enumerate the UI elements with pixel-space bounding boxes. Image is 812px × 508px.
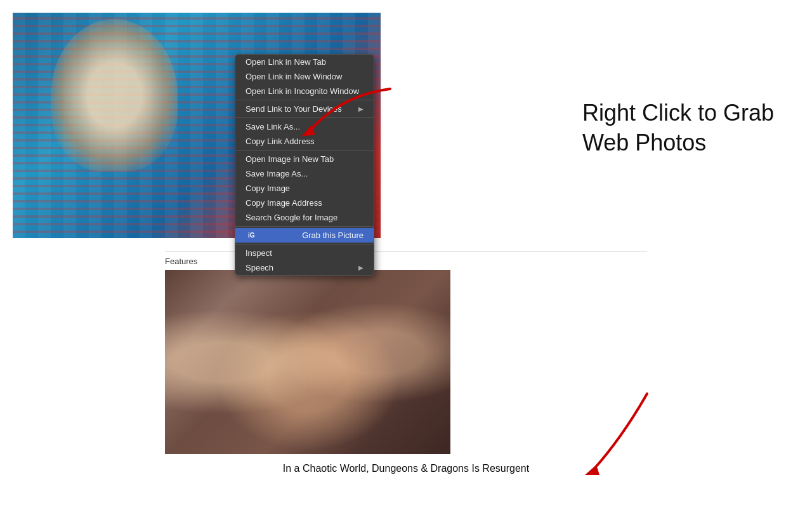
bottom-image-row: Open Link in New Tab Open Link in New Wi… (165, 270, 647, 454)
menu-divider-3 (235, 150, 374, 150)
caption: In a Chaotic World, Dungeons & Dragons I… (165, 454, 647, 476)
menu-open-link-new-tab[interactable]: Open Link in New Tab (235, 55, 374, 69)
menu-search-google-image[interactable]: Search Google for Image (235, 210, 374, 225)
menu-copy-image-address[interactable]: Copy Image Address (235, 196, 374, 210)
bottom-image-wrapper: Open Link in New Tab Open Link in New Wi… (165, 270, 450, 454)
menu-divider-2 (235, 117, 374, 118)
menu-save-image-as[interactable]: Save Image As... (235, 166, 374, 181)
top-section: Open Link in New Tab Open Link in New Wi… (0, 0, 812, 251)
menu-copy-image[interactable]: Copy Image (235, 181, 374, 196)
menu-open-image-new-tab[interactable]: Open Image in New Tab (235, 152, 374, 166)
menu-send-link-devices[interactable]: Send Link to Your Devices ▶ (235, 102, 374, 116)
menu-divider-1 (235, 100, 374, 100)
menu-divider-5 (235, 244, 374, 244)
image-container-top: Open Link in New Tab Open Link in New Wi… (13, 13, 381, 238)
group-photo (165, 270, 450, 454)
menu-save-link-as[interactable]: Save Link As... (235, 119, 374, 134)
menu-open-link-incognito[interactable]: Open Link in Incognito Window (235, 84, 374, 98)
menu-inspect-top[interactable]: Inspect (235, 246, 374, 260)
menu-speech-top[interactable]: Speech ▶ (235, 260, 374, 275)
submenu-arrow: ▶ (358, 105, 363, 112)
context-menu-top[interactable]: Open Link in New Tab Open Link in New Wi… (235, 54, 374, 276)
bottom-section: Features Open Link in New Tab Open Link … (0, 251, 812, 476)
menu-open-link-new-window[interactable]: Open Link in New Window (235, 69, 374, 84)
submenu-arrow-speech: ▶ (358, 264, 363, 271)
menu-grab-picture-top[interactable]: iG Grab this Picture (235, 228, 374, 243)
menu-copy-link-address[interactable]: Copy Link Address (235, 134, 374, 149)
right-click-text: Right Click to Grab Web Photos (582, 98, 774, 158)
menu-divider-4 (235, 226, 374, 227)
